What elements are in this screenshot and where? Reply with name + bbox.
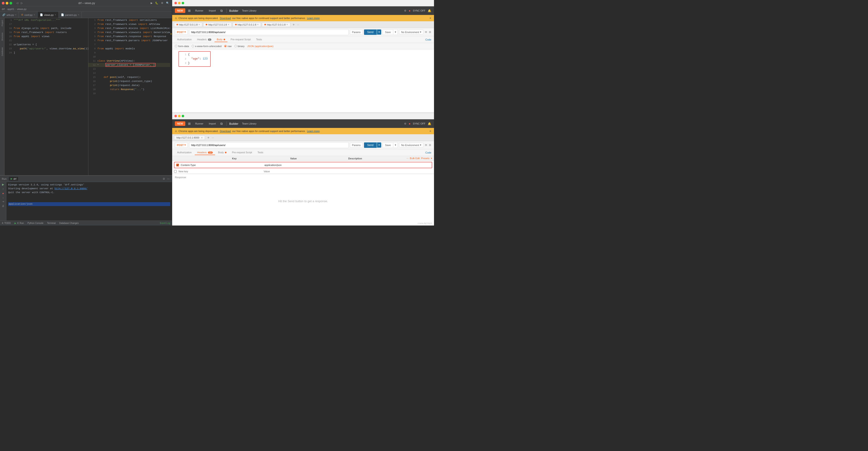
postman-new-button-bottom[interactable]: NEW — [175, 121, 185, 126]
pm-tab-dot-x-bottom[interactable]: × — [201, 136, 203, 139]
pm-gear-icon-bottom[interactable]: ⚙ — [404, 122, 406, 125]
scroll-up-icon[interactable]: ↑ — [2, 188, 4, 191]
pm-builder-title-top[interactable]: Builder — [229, 9, 238, 12]
pm-tab-prerequest-top[interactable]: Pre-request Script — [228, 37, 253, 42]
pm-more-tabs-top[interactable]: ··· — [297, 23, 299, 26]
pm-maximize-top[interactable] — [182, 2, 184, 4]
pm-tab-body-top[interactable]: Body — [215, 37, 227, 42]
pm-learn-more-link-bottom[interactable]: Learn more — [307, 130, 320, 132]
pm-binary-radio[interactable] — [235, 45, 237, 47]
debug-icon[interactable]: 🐛 — [154, 1, 159, 5]
pm-code-link-top[interactable]: Code — [425, 38, 431, 41]
close-button[interactable] — [2, 2, 4, 4]
run-tab[interactable]: ▶ drf — [9, 177, 18, 181]
pm-tab-headers-bottom[interactable]: Headers (1) — [195, 150, 215, 155]
pm-tab-auth-top[interactable]: Authorization — [175, 37, 194, 42]
settings-run-icon[interactable]: ⚙ — [162, 177, 165, 181]
pm-tab-2[interactable]: http://127.0.0.1:8 × — [203, 23, 231, 27]
database-icon[interactable]: Database — [1, 47, 3, 56]
settings-icon[interactable]: ⚙ — [160, 1, 164, 5]
pm-save-button-top[interactable]: Save — [382, 29, 393, 35]
pm-bulk-edit-btn[interactable]: Bulk Edit — [410, 157, 420, 160]
pm-more-icon[interactable]: ··· — [406, 157, 408, 160]
tab-conf[interactable]: ⚙ conf.py × — [19, 12, 37, 18]
pm-tab-headers-top[interactable]: Headers 1 — [195, 37, 214, 42]
pm-url-input-top[interactable] — [189, 29, 349, 35]
pm-close-bottom[interactable] — [175, 115, 177, 117]
minimize-button[interactable] — [6, 2, 8, 4]
status-todo[interactable]: 4: TODO — [2, 222, 11, 224]
postman-new-button-top[interactable]: NEW — [175, 8, 185, 13]
pm-new-key-input[interactable] — [179, 170, 262, 173]
breadcrumb-app01[interactable]: app01 — [7, 8, 14, 10]
breadcrumb-drf[interactable]: drf — [2, 8, 5, 10]
pm-urlencoded-radio[interactable] — [192, 45, 194, 47]
pm-sync-label-top[interactable]: SYNC OFF — [413, 9, 425, 12]
pm-tab-1[interactable]: http://127.0.0.1:8 × — [174, 23, 202, 27]
pm-team-library-bottom[interactable]: Team Library — [240, 121, 258, 126]
pm-save-dropdown-top[interactable]: ▾ — [394, 29, 398, 35]
pm-gear-env-icon-bottom[interactable]: ⚙ — [429, 143, 431, 147]
pm-team-library-top[interactable]: Team Library — [240, 8, 258, 13]
project-icon[interactable]: Project — [1, 20, 3, 26]
pm-env-dropdown-bottom[interactable]: No Environment ▾ — [399, 142, 423, 148]
pm-presets-btn[interactable]: Presets — [421, 157, 430, 160]
maximize-button[interactable] — [9, 2, 12, 4]
pm-method-top[interactable]: POST ▾ — [175, 29, 188, 35]
server-link[interactable]: http://127.0.0.1:8000/ — [55, 187, 87, 190]
pm-learn-more-link-top[interactable]: Learn more — [307, 17, 320, 20]
pm-new-value-input[interactable] — [264, 170, 347, 173]
pm-warning-close-bottom[interactable]: × — [430, 129, 431, 133]
pm-url-input-bottom[interactable] — [189, 142, 349, 148]
pm-minimize-top[interactable] — [178, 2, 181, 4]
pm-sync-label-bottom[interactable]: SYNC OFF — [413, 122, 425, 125]
pm-tab-close-4[interactable]: × — [286, 23, 288, 26]
pm-form-data-radio[interactable] — [175, 45, 177, 47]
tab-close-urls[interactable]: × — [15, 13, 16, 16]
pm-send-button-bottom[interactable]: Send — [364, 142, 377, 148]
pm-save-dropdown-bottom[interactable]: ▾ — [394, 142, 398, 148]
close-run-icon[interactable]: — — [166, 177, 170, 181]
status-database[interactable]: Database Changes — [59, 222, 79, 224]
pm-urlencoded-opt[interactable]: x-www-form-urlencoded — [192, 45, 221, 47]
pm-send-button-top[interactable]: Send — [364, 29, 377, 35]
pm-tab-close-1[interactable]: × — [199, 23, 200, 26]
pm-tab-close-3[interactable]: × — [257, 23, 258, 26]
pm-warning-close-top[interactable]: × — [430, 16, 431, 20]
code-editor-left[interactable]: 1 """drf URL Configuration...""" 17 18 f… — [4, 18, 88, 175]
back-icon[interactable]: ◁ — [16, 1, 19, 5]
forward-icon[interactable]: ▷ — [20, 1, 24, 5]
pm-eye-icon-top[interactable]: 👁 — [425, 31, 428, 34]
pm-tab-bottom-1[interactable]: http://127.0.0.1:8000 × — [174, 135, 205, 140]
pm-builder-title-bottom[interactable]: Builder — [229, 122, 238, 125]
status-run[interactable]: ▶ 4: Run — [14, 222, 24, 224]
status-terminal[interactable]: Terminal — [47, 222, 56, 224]
search-icon[interactable]: 🔍 — [165, 1, 170, 5]
pm-bell-icon-top[interactable]: 🔔 — [428, 9, 431, 12]
pm-tab-body-bottom[interactable]: Body — [216, 150, 229, 155]
pm-window-icon-top[interactable]: ⧉ — [219, 8, 223, 13]
tab-parsers[interactable]: 📄 parsers.py × — [59, 12, 82, 18]
pm-eye-icon-bottom[interactable]: 👁 — [425, 143, 428, 147]
pm-layout-icon-top[interactable]: ⊞ — [187, 8, 192, 13]
pm-code-link-bottom[interactable]: Code — [425, 151, 431, 154]
pm-download-link-top[interactable]: Download — [220, 17, 231, 20]
run-green-icon[interactable]: ▶ — [2, 183, 4, 186]
pm-header-checkbox[interactable] — [176, 164, 179, 166]
tab-close-views[interactable]: × — [55, 13, 56, 16]
pm-tab-tests-bottom[interactable]: Tests — [255, 150, 266, 155]
tab-close-parsers[interactable]: × — [78, 13, 79, 16]
pm-send-dropdown-bottom[interactable]: ▾ — [377, 142, 381, 148]
pm-close-top[interactable] — [175, 2, 177, 4]
pm-body-editor-top[interactable]: 1 { 2 "age": 123 3 } — [172, 50, 434, 112]
pm-raw-opt[interactable]: raw — [224, 45, 232, 47]
pm-binary-opt[interactable]: binary — [235, 45, 245, 47]
pm-download-link-bottom[interactable]: Download — [220, 130, 231, 132]
pm-tab-auth-bottom[interactable]: Authorization — [175, 150, 194, 155]
stop-icon[interactable]: ■ — [2, 192, 4, 195]
pm-import-btn-bottom[interactable]: Import — [207, 121, 218, 126]
structure-icon[interactable]: Structure — [1, 33, 3, 41]
pm-json-label-top[interactable]: JSON (application/json) — [247, 45, 274, 47]
pm-more-tabs-bottom[interactable]: ··· — [212, 136, 214, 139]
pm-tab-close-2[interactable]: × — [228, 23, 229, 26]
